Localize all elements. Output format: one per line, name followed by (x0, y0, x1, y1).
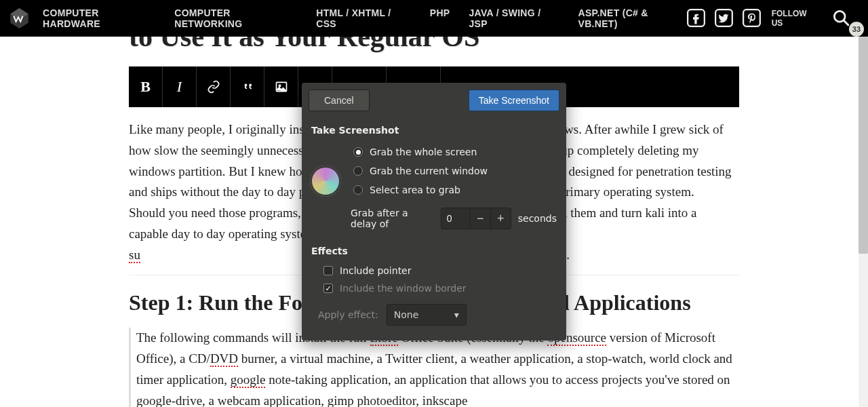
section-take-screenshot: Take Screenshot (311, 125, 557, 136)
radio-whole-label: Grab the whole screen (370, 147, 477, 157)
nav-php[interactable]: PHP (430, 7, 450, 29)
radio-icon (353, 166, 363, 176)
checkbox-icon: ✓ (323, 284, 333, 293)
section-effects: Effects (311, 246, 557, 256)
delay-input[interactable] (441, 213, 470, 224)
dialog-header: Cancel Take Screenshot (302, 83, 566, 118)
nav-aspnet[interactable]: ASP.NET (C# & VB.NET) (578, 7, 687, 29)
svg-point-11 (279, 85, 281, 87)
scrollbar-track[interactable] (859, 37, 868, 407)
top-navbar: COMPUTER HARDWARE COMPUTER NETWORKING HT… (0, 0, 868, 37)
delay-increment[interactable]: + (490, 208, 511, 229)
link-button[interactable] (197, 66, 231, 107)
delay-stepper[interactable]: − + (441, 208, 511, 229)
nav-networking[interactable]: COMPUTER NETWORKING (174, 7, 297, 29)
svg-point-5 (834, 11, 845, 22)
chevron-down-icon: ▾ (454, 309, 459, 320)
radio-area-label: Select area to grab (370, 185, 460, 195)
checkbox-icon (323, 266, 333, 275)
radio-icon (353, 147, 363, 157)
follow-us-label: FOLLOW US (772, 9, 818, 28)
nav-links: COMPUTER HARDWARE COMPUTER NETWORKING HT… (43, 7, 687, 29)
nav-hardware[interactable]: COMPUTER HARDWARE (43, 7, 155, 29)
bold-button[interactable]: B (129, 66, 163, 107)
twitter-icon[interactable] (715, 9, 733, 28)
radio-whole-screen[interactable]: Grab the whole screen (311, 142, 557, 161)
delay-label-post: seconds (518, 213, 557, 224)
include-pointer-label: Include pointer (340, 265, 412, 276)
screenshot-dialog: Cancel Take Screenshot Take Screenshot G… (302, 83, 566, 341)
search-icon[interactable] (832, 9, 850, 28)
delay-label-pre: Grab after a delay of (351, 208, 434, 229)
radio-select-area[interactable]: Select area to grab (311, 180, 557, 199)
nav-html[interactable]: HTML / XHTML / CSS (316, 7, 411, 29)
pinterest-icon[interactable] (743, 9, 761, 28)
checkbox-include-border: ✓ Include the window border (311, 279, 557, 297)
spell-dvd: DVD (210, 351, 238, 367)
scrollbar-thumb[interactable] (859, 37, 868, 254)
quote-button[interactable] (231, 66, 264, 107)
cancel-button[interactable]: Cancel (309, 90, 370, 111)
radio-window-label: Grab the current window (370, 166, 488, 176)
radio-icon (353, 185, 363, 195)
facebook-icon[interactable] (687, 9, 705, 28)
radio-current-window[interactable]: Grab the current window (311, 161, 557, 180)
site-logo[interactable] (8, 7, 31, 30)
svg-line-6 (844, 20, 849, 26)
image-button[interactable] (264, 66, 298, 107)
body-link-su[interactable]: su (129, 248, 140, 263)
apply-effect-dropdown[interactable]: None ▾ (387, 304, 467, 326)
apply-effect-label: Apply effect: (318, 309, 378, 320)
delay-decrement[interactable]: − (470, 208, 490, 229)
screenshot-app-icon (310, 166, 341, 197)
dropdown-value: None (394, 309, 419, 320)
checkbox-include-pointer[interactable]: Include pointer (311, 262, 557, 279)
delay-row: Grab after a delay of − + seconds (311, 199, 557, 233)
take-screenshot-button[interactable]: Take Screenshot (469, 90, 559, 111)
dialog-body: Take Screenshot Grab the whole screen Gr… (302, 118, 566, 341)
nav-right: FOLLOW US 33 (687, 9, 860, 28)
nav-java[interactable]: JAVA / SWING / JSP (469, 7, 559, 29)
spell-google: google (231, 372, 266, 388)
include-border-label: Include the window border (340, 283, 467, 294)
italic-button[interactable]: I (163, 66, 197, 107)
notification-badge[interactable]: 33 (849, 22, 864, 37)
apply-effect-row: Apply effect: None ▾ (311, 297, 557, 328)
